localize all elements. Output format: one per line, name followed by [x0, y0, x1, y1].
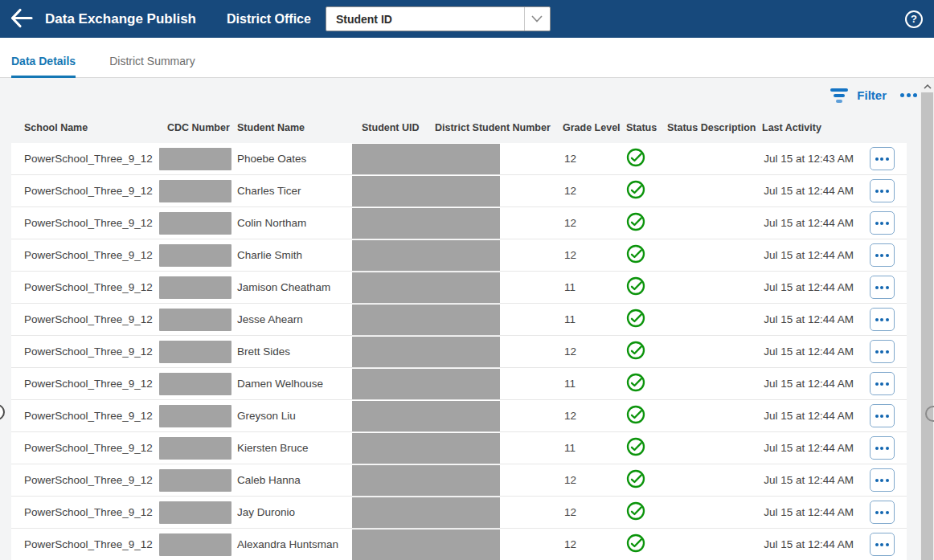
student-name-cell: Brett Sides	[237, 345, 362, 358]
student-uid-cell	[362, 144, 563, 174]
tab-district-summary[interactable]: District Summary	[109, 55, 195, 78]
student-uid-cell	[362, 240, 563, 271]
student-uid-cell	[362, 433, 563, 464]
school-name-cell: PowerSchool_Three_9_12	[24, 313, 167, 325]
ellipsis-icon	[900, 93, 917, 97]
school-name-cell: PowerSchool_Three_9_12	[24, 185, 167, 197]
student-name-cell: Jay Duronio	[237, 506, 362, 518]
actions-cell	[857, 211, 907, 235]
redacted-student-uid	[352, 337, 500, 367]
student-name-cell: Jamison Cheatham	[237, 281, 362, 293]
row-actions-button[interactable]	[870, 179, 895, 202]
row-actions-button[interactable]	[870, 404, 895, 427]
redacted-student-uid	[352, 208, 500, 239]
column-header-cdc-number: CDC Number	[167, 122, 237, 133]
column-header-student-uid: Student UID	[362, 122, 435, 133]
actions-cell	[857, 404, 907, 427]
table-row: PowerSchool_Three_9_12 Colin Northam 12	[11, 207, 907, 239]
status-cell	[626, 180, 667, 202]
row-actions-button[interactable]	[870, 533, 895, 556]
actions-cell	[857, 276, 907, 299]
ellipsis-icon	[875, 415, 889, 418]
back-button[interactable]	[10, 6, 39, 32]
school-name-cell: PowerSchool_Three_9_12	[24, 410, 167, 422]
redacted-student-uid	[352, 369, 500, 399]
student-uid-cell	[362, 497, 563, 528]
student-name-cell: Alexandra Huntsman	[237, 538, 362, 550]
cdc-number-cell	[167, 212, 237, 235]
grade-level-cell: 11	[563, 442, 626, 454]
column-header-grade-level: Grade Level	[563, 122, 626, 133]
row-actions-button[interactable]	[870, 276, 895, 299]
row-actions-button[interactable]	[870, 501, 895, 524]
status-success-icon	[626, 276, 645, 298]
chevron-up-icon	[924, 80, 932, 92]
student-name-cell: Jesse Ahearn	[237, 313, 362, 325]
row-actions-button[interactable]	[870, 340, 895, 363]
row-actions-button[interactable]	[870, 436, 895, 460]
grade-level-cell: 12	[563, 410, 626, 422]
ellipsis-icon	[875, 382, 889, 386]
actions-cell	[857, 468, 907, 492]
grade-level-cell: 12	[563, 249, 626, 261]
last-activity-cell: Jul 15 at 12:44 AM	[762, 345, 857, 358]
table-header-row: School Name CDC Number Student Name Stud…	[11, 112, 907, 143]
filter-button[interactable]: Filter	[830, 88, 887, 103]
cdc-number-cell	[167, 276, 237, 299]
app-window: Data Exchange Publish District Office St…	[0, 0, 934, 560]
top-bar: Data Exchange Publish District Office St…	[0, 0, 934, 38]
status-cell	[626, 373, 667, 394]
scrollbar-thumb[interactable]	[921, 92, 933, 560]
redacted-cdc-number	[159, 533, 231, 556]
row-actions-button[interactable]	[870, 243, 895, 267]
redacted-cdc-number	[159, 276, 231, 299]
row-actions-button[interactable]	[870, 468, 895, 492]
status-success-icon	[626, 244, 645, 266]
status-success-icon	[626, 341, 645, 362]
student-name-cell: Colin Northam	[237, 217, 362, 229]
student-name-cell: Kiersten Bruce	[237, 442, 362, 454]
grade-level-cell: 12	[563, 538, 626, 550]
ellipsis-icon	[875, 286, 889, 289]
previous-page-edge-button[interactable]	[0, 404, 5, 420]
status-success-icon	[626, 533, 645, 555]
last-activity-cell: Jul 15 at 12:44 AM	[762, 506, 857, 518]
row-actions-button[interactable]	[870, 147, 895, 170]
column-header-student-name: Student Name	[237, 122, 362, 133]
school-name-cell: PowerSchool_Three_9_12	[24, 153, 167, 165]
table-row: PowerSchool_Three_9_12 Phoebe Oates 12	[11, 143, 907, 175]
chevron-down-icon[interactable]	[524, 7, 550, 31]
table-row: PowerSchool_Three_9_12 Brett Sides 12	[11, 336, 907, 368]
last-activity-cell: Jul 15 at 12:44 AM	[762, 378, 857, 390]
table-row: PowerSchool_Three_9_12 Jesse Ahearn 11	[11, 304, 907, 336]
row-actions-button[interactable]	[870, 372, 895, 395]
student-name-cell: Caleb Hanna	[237, 474, 362, 486]
cdc-number-cell	[167, 533, 237, 556]
dropdown-selected-value: Student ID	[326, 13, 524, 26]
row-actions-button[interactable]	[870, 211, 895, 235]
last-activity-cell: Jul 15 at 12:44 AM	[762, 281, 857, 293]
last-activity-cell: Jul 15 at 12:44 AM	[762, 442, 857, 454]
student-uid-cell	[362, 208, 563, 239]
publish-type-dropdown[interactable]: Student ID	[326, 6, 551, 31]
cdc-number-cell	[167, 373, 237, 395]
school-name-cell: PowerSchool_Three_9_12	[24, 442, 167, 454]
page-title: Data Exchange Publish	[45, 11, 196, 27]
actions-cell	[857, 308, 907, 331]
tab-data-details[interactable]: Data Details	[11, 55, 76, 78]
help-button[interactable]: ?	[905, 10, 923, 28]
school-name-cell: PowerSchool_Three_9_12	[24, 281, 167, 293]
ellipsis-icon	[875, 254, 889, 257]
redacted-cdc-number	[159, 437, 231, 460]
scroll-up-button[interactable]	[920, 78, 934, 92]
vertical-scrollbar[interactable]	[920, 78, 934, 560]
actions-cell	[857, 179, 907, 202]
status-success-icon	[626, 469, 645, 491]
row-actions-button[interactable]	[870, 308, 895, 331]
status-cell	[626, 309, 667, 330]
last-activity-cell: Jul 15 at 12:44 AM	[762, 410, 857, 422]
more-options-button[interactable]	[899, 90, 919, 100]
cdc-number-cell	[167, 405, 237, 427]
ellipsis-icon	[875, 543, 889, 546]
grade-level-cell: 12	[563, 185, 626, 197]
